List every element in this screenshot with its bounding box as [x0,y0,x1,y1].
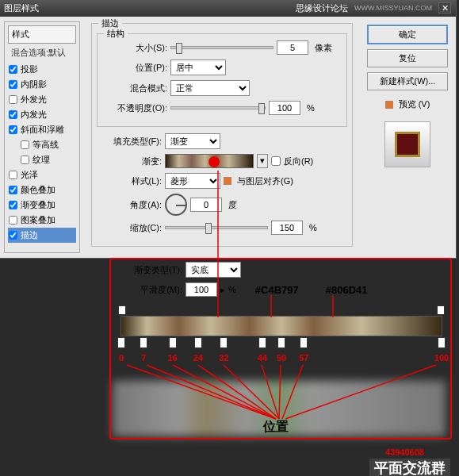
style-checkbox[interactable] [9,65,17,74]
style-checkbox[interactable] [21,155,29,164]
opacity-label: 不透明度(O): [102,102,167,114]
sidebar-item-label: 光泽 [21,169,38,181]
gradient-dropdown-icon[interactable]: ▾ [257,154,268,168]
styles-sidebar: 样式 混合选项:默认 投影内阴影外发光内发光斜面和浮雕等高线纹理光泽颜色叠加渐变… [4,21,80,253]
position-anno: 位置 [263,419,289,436]
sidebar-item-描边[interactable]: 描边 [8,228,76,243]
style-checkbox[interactable] [9,110,17,119]
smooth-dd-icon[interactable]: ▸ [220,285,225,295]
color-stop[interactable] [438,337,446,348]
position-select[interactable]: 居中 [170,60,226,75]
stop-value: 50 [277,353,286,363]
color-stop[interactable] [117,337,125,348]
sidebar-item-投影[interactable]: 投影 [8,62,76,77]
smooth-label: 平滑度(M): [117,284,182,296]
stop-value: 100 [434,353,449,363]
scale-unit: % [309,223,317,232]
style-checkbox[interactable] [9,201,17,209]
sidebar-item-等高线[interactable]: 等高线 [8,137,76,152]
filltype-select[interactable]: 渐变 [165,133,220,149]
blend-select[interactable]: 正常 [170,80,250,96]
color-stop[interactable] [140,337,147,348]
new-style-button[interactable]: 新建样式(W)... [367,72,448,90]
sidebar-item-颜色叠加[interactable]: 颜色叠加 [8,182,76,198]
sidebar-item-label: 外发光 [21,94,47,106]
size-label: 大小(S): [102,42,167,54]
sidebar-item-内发光[interactable]: 内发光 [8,107,76,122]
cancel-button[interactable]: 复位 [367,49,448,67]
color-stop[interactable] [277,337,285,348]
sidebar-item-斜面和浮雕[interactable]: 斜面和浮雕 [8,122,76,137]
sidebar-item-光泽[interactable]: 光泽 [8,167,76,182]
align-checkbox[interactable] [224,177,231,185]
style-select[interactable]: 菱形 [165,173,220,189]
angle-input[interactable] [190,198,222,212]
sidebar-item-label: 渐变叠加 [21,199,55,211]
scale-input[interactable] [271,221,303,235]
gradient-swatch[interactable] [165,154,254,168]
style-checkbox[interactable] [21,140,29,149]
angle-label: 角度(A): [97,199,162,211]
angle-dial[interactable] [165,194,187,216]
gradtype-select[interactable]: 实底 [186,262,241,278]
sidebar-item-label: 投影 [21,63,38,75]
sidebar-item-label: 等高线 [33,139,59,151]
opacity-stop[interactable] [437,305,445,315]
preview-checkbox[interactable] [385,101,393,109]
sidebar-item-label: 图案叠加 [21,214,55,226]
watermark-id: 43940608 [385,447,424,457]
gradient-bar[interactable]: 07162432445057100 [120,316,442,336]
sidebar-item-label: 颜色叠加 [21,184,55,196]
sidebar-item-纹理[interactable]: 纹理 [8,152,76,167]
color-stop[interactable] [300,337,308,348]
smooth-unit: % [228,285,236,294]
sidebar-item-渐变叠加[interactable]: 渐变叠加 [8,198,76,213]
ok-button[interactable]: 确定 [367,25,448,44]
gradtype-label: 渐变类型(T): [117,264,182,276]
color-stop[interactable] [220,337,228,348]
stroke-group: 描边 结构 大小(S): 像素 位置(P): 居中 混合模式: [91,23,353,247]
blend-options-row[interactable]: 混合选项:默认 [8,45,76,60]
annotation-dot [208,156,220,167]
style-checkbox[interactable] [9,216,17,225]
watermark-group: 平面交流群 [369,459,450,476]
title-bar: 图层样式 思缘设计论坛 WWW.MISSYUAN.COM ✕ [0,0,456,17]
sidebar-header[interactable]: 样式 [8,25,76,44]
color-stop[interactable] [194,337,202,348]
sidebar-item-label: 斜面和浮雕 [21,124,64,136]
size-input[interactable] [277,40,308,55]
style-checkbox[interactable] [9,171,17,179]
stop-value: 16 [168,353,178,363]
close-icon[interactable]: ✕ [438,2,451,13]
color-anno-1: #C4B797 [255,284,299,296]
color-anno-2: #806D41 [326,284,368,296]
sidebar-item-内阴影[interactable]: 内阴影 [8,77,76,92]
blend-label: 混合模式: [102,83,167,94]
scale-slider[interactable] [165,226,268,229]
sidebar-item-label: 内阴影 [21,79,47,90]
opacity-stop[interactable] [118,305,126,315]
smooth-input[interactable] [186,282,217,297]
opacity-slider[interactable] [170,106,266,109]
preview-thumbnail [384,121,430,167]
style-label: 样式(L): [97,175,162,187]
stop-value: 7 [141,353,146,363]
sidebar-item-label: 纹理 [33,154,50,166]
size-slider[interactable] [170,46,273,49]
sidebar-item-图案叠加[interactable]: 图案叠加 [8,213,76,228]
stop-value: 32 [219,353,228,363]
watermark-site: 思缘设计论坛 [296,2,348,14]
style-checkbox[interactable] [9,125,17,134]
color-stop[interactable] [169,337,177,348]
opacity-input[interactable] [269,101,300,115]
scale-label: 缩放(C): [97,222,162,234]
filltype-label: 填充类型(F): [97,136,162,148]
style-checkbox[interactable] [9,186,17,194]
sidebar-item-外发光[interactable]: 外发光 [8,92,76,107]
window-title: 图层样式 [4,2,39,14]
style-checkbox[interactable] [9,95,17,104]
reverse-checkbox[interactable] [271,156,281,166]
style-checkbox[interactable] [9,231,17,240]
style-checkbox[interactable] [9,80,17,89]
color-stop[interactable] [258,337,266,348]
